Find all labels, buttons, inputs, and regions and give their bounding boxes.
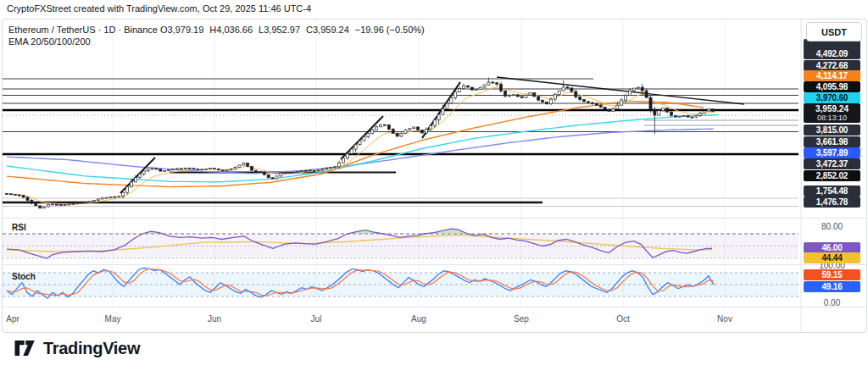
time-axis-label-apr: Apr: [6, 314, 19, 324]
time-axis-label-aug: Aug: [411, 314, 426, 324]
rsi-scale-label: 46.00: [804, 242, 860, 253]
current-price-label: 3,959.24 08:13:10: [804, 103, 860, 123]
stoch-scale-label: 0.00: [804, 298, 860, 308]
time-axis-label-oct: Oct: [616, 314, 630, 324]
symbol-legend: Ethereum / TetherUS · 1D · Binance O3,97…: [8, 24, 431, 47]
ohlc-close: C3,959.24: [306, 25, 349, 35]
price-scale-label: 1,754.48: [804, 186, 860, 197]
ohlc-change: −19.96 (−0.50%): [355, 25, 425, 35]
time-axis-label-jul: Jul: [311, 314, 322, 324]
ohlc-open: O3,979.19: [160, 25, 203, 35]
stoch-scale-label: 49.16: [804, 281, 860, 292]
tradingview-logo[interactable]: TradingView: [14, 338, 140, 358]
price-scale-label: 4,492.09: [804, 48, 860, 59]
price-scale-label: 3,661.98: [804, 136, 860, 147]
price-scale-label: 1,476.78: [804, 197, 860, 208]
rsi-scale-label: 80.00: [804, 222, 860, 232]
stoch-scale-label: 59.15: [804, 269, 860, 280]
bar-countdown: 08:13:10: [804, 114, 860, 122]
currency-toggle-button[interactable]: USDT: [806, 22, 862, 42]
time-axis-label-may: May: [105, 314, 121, 324]
ohlc-low: L3,952.97: [259, 25, 300, 35]
ohlc-high: H4,036.66: [209, 25, 253, 35]
time-axis-label-sep: Sep: [514, 314, 529, 324]
tradingview-logo-icon: [14, 338, 36, 358]
price-scale-label: 3,815.00: [804, 125, 860, 136]
tradingview-logo-text: TradingView: [43, 339, 140, 358]
chart-canvas[interactable]: [2, 19, 866, 332]
price-scale-label: 3,472.37: [804, 158, 860, 169]
rsi-scale-label: 44.44: [804, 252, 860, 263]
time-axis-label-nov: Nov: [717, 314, 732, 324]
price-scale-label: 3,597.89: [804, 147, 860, 158]
symbol-title-row[interactable]: Ethereum / TetherUS · 1D · Binance O3,97…: [8, 24, 431, 36]
price-scale-label: 3,970.60: [804, 92, 860, 103]
page: { "attribution": "CryptoFXStreet created…: [0, 0, 868, 371]
current-price-value: 3,959.24: [804, 104, 860, 114]
price-scale-label: 2,852.02: [804, 170, 860, 181]
stoch-pane-label: Stoch: [12, 272, 36, 281]
rsi-pane-label: RSI: [12, 223, 26, 232]
price-scale-label: 4,114.17: [804, 70, 860, 81]
time-axis-label-jun: Jun: [208, 314, 221, 324]
price-scale-label: 4,095.98: [804, 81, 860, 92]
price-scale-label: 4,272.68: [804, 60, 860, 71]
ema-legend[interactable]: EMA 20/50/100/200: [8, 36, 431, 47]
attribution-text: CryptoFXStreet created with TradingView.…: [7, 3, 311, 14]
symbol-title: Ethereum / TetherUS · 1D · Binance: [8, 25, 158, 35]
